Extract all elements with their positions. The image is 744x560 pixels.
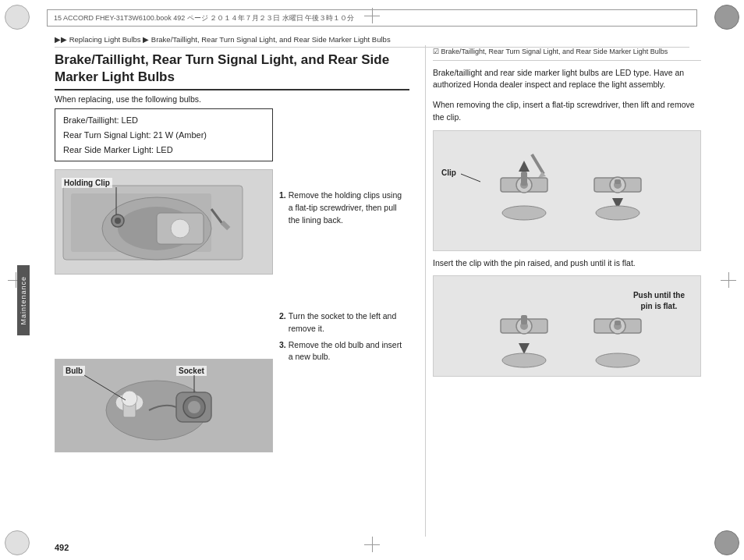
- right-column: ☑ Brake/Taillight, Rear Turn Signal Ligh…: [433, 47, 701, 377]
- breadcrumb-part1: Replacing Light Bulbs: [69, 35, 141, 44]
- page-number: 492: [55, 543, 69, 552]
- steps-2-3-area: 2. Turn the socket to the left and remov…: [279, 310, 408, 363]
- bulb-info-line3: Rear Side Marker Light: LED: [63, 143, 264, 158]
- page-title: Brake/Taillight, Rear Turn Signal Light,…: [55, 51, 409, 90]
- breadcrumb-part2: Brake/Taillight, Rear Turn Signal Light,…: [151, 35, 391, 44]
- step3-text: Remove the old bulb and insert a new bul…: [289, 339, 408, 364]
- bulb-info-line1: Brake/Taillight: LED: [63, 113, 264, 128]
- bulb-socket-lines: [55, 360, 273, 452]
- svg-line-23: [84, 375, 126, 400]
- clip-image-box: Clip: [433, 130, 701, 251]
- bulb-info-box: Brake/Taillight: LED Rear Turn Signal Li…: [55, 108, 273, 161]
- corner-deco-tr: [714, 5, 739, 30]
- svg-point-52: [596, 353, 639, 367]
- sidebar-maintenance: Maintenance: [17, 265, 30, 335]
- corner-deco-tl: [5, 5, 30, 30]
- right-para1: Brake/taillight and rear side marker lig…: [433, 67, 701, 92]
- svg-line-40: [461, 174, 480, 182]
- step1-num: 1.: [279, 190, 286, 226]
- left-column: Brake/Taillight, Rear Turn Signal Light,…: [55, 45, 413, 452]
- step1-text: Remove the holding clips using a flat-ti…: [289, 190, 408, 226]
- push-label: Push until the pin is flat.: [633, 290, 685, 312]
- bulb-socket-image: Bulb Socket: [55, 359, 273, 452]
- svg-point-47: [502, 353, 546, 367]
- right-breadcrumb-text: Brake/Taillight, Rear Turn Signal Light,…: [441, 48, 668, 55]
- corner-deco-bl: [5, 530, 30, 555]
- right-para2: When removing the clip, insert a flat-ti…: [433, 99, 701, 124]
- mid-cross-bottom: [364, 537, 380, 552]
- right-breadcrumb: ☑ Brake/Taillight, Rear Turn Signal Ligh…: [433, 47, 701, 61]
- clip-label-line: [434, 131, 700, 251]
- svg-rect-51: [615, 321, 621, 325]
- svg-rect-45: [521, 315, 527, 324]
- subtitle: When replacing, use the following bulbs.: [55, 94, 413, 104]
- step2-num: 2.: [279, 310, 286, 335]
- holding-clip-image: Holding Clip: [55, 169, 273, 275]
- step3-num: 3.: [279, 339, 286, 364]
- bulb-info-line2: Rear Turn Signal Light: 21 W (Amber): [63, 128, 264, 143]
- mid-cross-right: [721, 272, 736, 288]
- corner-deco-br: [714, 530, 739, 555]
- column-divider: [425, 45, 426, 537]
- holding-clip-label-line: [55, 170, 273, 275]
- top-header: 15 ACCORD FHEY-31T3W6100.book 492 ページ ２０…: [47, 9, 697, 27]
- pin-flat-text: pin is flat.: [641, 302, 678, 310]
- push-until-text: Push until the: [633, 291, 685, 299]
- breadcrumb-arrow: ▶: [143, 35, 149, 44]
- step2-text: Turn the socket to the left and remove i…: [289, 310, 408, 335]
- sidebar-label: Maintenance: [19, 276, 27, 325]
- breadcrumb-prefix: ▶▶: [55, 35, 67, 44]
- step1-area: 1. Remove the holding clips using a flat…: [279, 190, 408, 230]
- push-clip-image-box: Push until the pin is flat.: [433, 275, 701, 377]
- top-header-text: 15 ACCORD FHEY-31T3W6100.book 492 ページ ２０…: [54, 13, 354, 23]
- right-para3: Insert the clip with the pin raised, and…: [433, 257, 701, 270]
